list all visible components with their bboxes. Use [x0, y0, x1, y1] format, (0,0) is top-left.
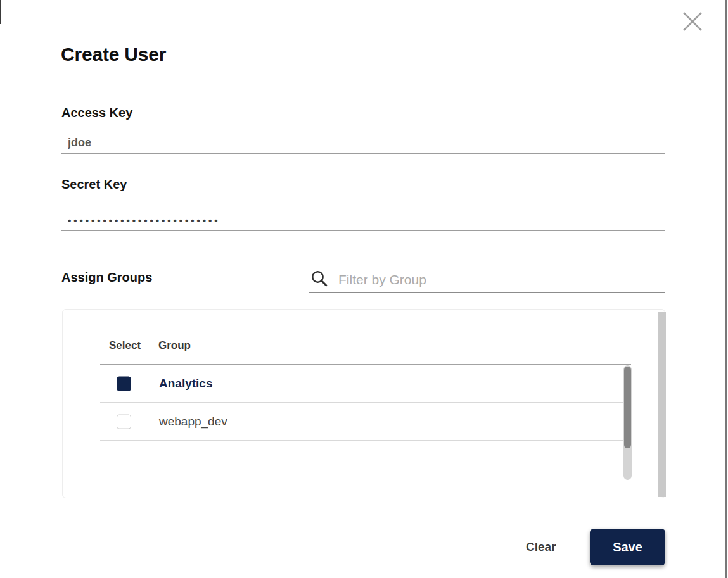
- secret-key-input[interactable]: [61, 210, 665, 230]
- secret-key-label: Secret Key: [61, 177, 127, 192]
- access-key-label: Access Key: [61, 106, 132, 120]
- checkbox-webapp-dev[interactable]: [117, 414, 131, 429]
- table-row-webapp-dev[interactable]: webapp_dev: [100, 403, 632, 441]
- group-filter-field[interactable]: [309, 267, 665, 293]
- modal-right-border: [725, 0, 727, 578]
- groups-table-panel: Select Group Analytics webapp_dev: [62, 309, 665, 498]
- access-key-input[interactable]: [61, 132, 665, 153]
- assign-groups-label: Assign Groups: [61, 270, 152, 285]
- checkbox-analytics[interactable]: [117, 376, 131, 391]
- close-button[interactable]: [679, 8, 706, 35]
- column-header-group: Group: [158, 339, 191, 352]
- close-icon: [679, 8, 706, 35]
- group-rows: Analytics webapp_dev: [100, 365, 632, 479]
- table-row-empty: [100, 441, 632, 479]
- modal-title: Create User: [61, 44, 166, 65]
- group-name: Analytics: [159, 377, 212, 391]
- list-scrollbar[interactable]: [623, 365, 632, 480]
- panel-scrollbar[interactable]: [658, 312, 666, 497]
- search-icon: [309, 270, 328, 290]
- column-header-select: Select: [109, 339, 141, 352]
- group-filter-input[interactable]: [338, 267, 665, 292]
- clear-button[interactable]: Clear: [517, 535, 565, 559]
- list-scrollbar-thumb[interactable]: [624, 367, 631, 448]
- table-row-analytics[interactable]: Analytics: [100, 365, 632, 403]
- access-key-field[interactable]: [61, 132, 665, 154]
- group-name: webapp_dev: [159, 415, 227, 429]
- create-user-modal: Create User Access Key Secret Key Assign…: [0, 0, 728, 578]
- page-edge-artifact: [0, 0, 1, 24]
- secret-key-field[interactable]: [61, 210, 665, 231]
- save-button[interactable]: Save: [590, 529, 665, 565]
